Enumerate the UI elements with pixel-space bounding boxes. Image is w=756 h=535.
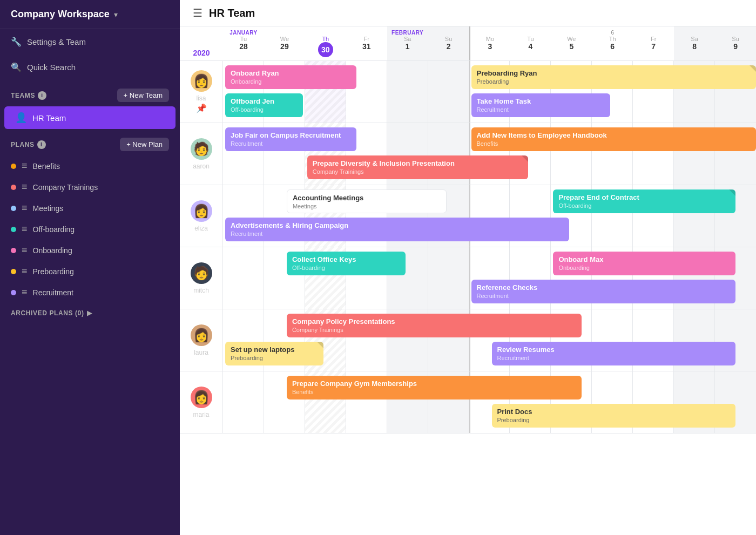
avatar-mitch: 🧑 mitch [180,247,223,309]
task-subtitle: Company Trainings [313,168,523,175]
avatar-img-maria: 👩 [191,387,212,408]
plan-item-onboarding[interactable]: ≡ Onboarding [0,240,180,261]
row-aaron: 🧑 aaron [180,123,756,185]
task-title: Take Home Task [477,97,605,105]
plans-section-header: PLANS i + New Plan [0,129,180,155]
task-title: Add New Items to Employee Handbook [477,131,751,139]
task-gym-memberships[interactable]: Prepare Company Gym Memberships Benefits [287,376,582,399]
new-plan-button[interactable]: + New Plan [120,138,169,151]
plan-label: Preboarding [33,267,74,276]
plan-lines-icon: ≡ [22,245,28,256]
task-policy-presentations[interactable]: Company Policy Presentations Company Tra… [287,314,582,337]
day-col-su2: x Su 2 [428,26,469,60]
plan-item-company-trainings[interactable]: ≡ Company Trainings [0,177,180,198]
task-title: Prepare Diversity & Inclusion Presentati… [313,159,523,167]
menu-icon[interactable]: ☰ [193,6,202,19]
task-title: Print Docs [497,408,731,416]
task-subtitle: Recruitment [477,106,605,113]
sidebar-item-search[interactable]: 🔍 Quick Search [0,55,180,80]
plan-label: Off-boarding [33,225,75,234]
year-label: 2020 [180,26,223,60]
task-title: Reference Checks [477,283,731,292]
plan-label: Meetings [33,204,64,213]
task-onboard-max[interactable]: Onboard Max Onboarding [553,252,735,275]
workspace-header[interactable]: Company Workspace ▾ [0,0,180,29]
task-subtitle: Preboarding [477,78,751,85]
day-col-mo3: 6 Mo 3 [469,26,510,60]
plan-item-meetings[interactable]: ≡ Meetings [0,198,180,219]
task-collect-office-keys[interactable]: Collect Office Keys Off-boarding [287,252,406,275]
plan-dot-offboarding [11,227,16,232]
task-title: Advertisements & Hiring Campaign [231,221,564,229]
task-title: Job Fair on Campus Recruitment [231,131,351,139]
plan-lines-icon: ≡ [22,160,28,172]
task-diversity[interactable]: Prepare Diversity & Inclusion Presentati… [307,155,529,179]
task-title: Set up new laptops [231,346,318,354]
avatar-img-aaron: 🧑 [191,138,212,160]
person-name-aaron: aaron [193,162,210,170]
task-subtitle: Preboarding [497,417,731,423]
day-col-fr7: x Fr 7 [633,26,674,60]
plan-lines-icon: ≡ [22,224,28,235]
archived-plans-section[interactable]: ARCHIVED PLANS (0) ▶ [0,303,180,323]
plan-label: Company Trainings [33,183,98,192]
task-subtitle: Off-boarding [292,265,400,271]
task-review-resumes[interactable]: Review Resumes Recruitment [492,342,736,365]
page-title: HR Team [209,7,255,19]
person-name-maria: maria [193,411,209,418]
plans-info-icon: i [37,140,46,149]
person-name-laura: laura [194,349,208,356]
team-item-hr[interactable]: 👤 HR Team [4,106,176,129]
day-col-su9: x Su 9 [715,26,756,60]
task-advertisements[interactable]: Advertisements & Hiring Campaign Recruit… [225,218,569,241]
search-icon: 🔍 [11,62,22,72]
person-name-lisa: lisa [196,94,206,102]
task-title: Prepare Company Gym Memberships [292,380,576,388]
bg-day-5 [387,61,428,123]
day-col-tu28: JANUARY Tu 28 [223,26,264,60]
avatar-img-lisa: 👩 [191,70,212,92]
plan-dot-trainings [11,185,16,190]
task-subtitle: Recruitment [497,355,731,361]
chevron-down-icon: ▾ [114,10,118,19]
bg-day-1 [223,371,264,433]
task-take-home-task[interactable]: Take Home Task Recruitment [471,93,611,117]
task-end-of-contract[interactable]: Prepare End of Contract Off-boarding [553,189,735,213]
day-col-sa8: x Sa 8 [674,26,715,60]
day-col-fr31: x Fr 31 [346,26,387,60]
avatar-aaron: 🧑 aaron [180,123,223,185]
day-col-sa1-feb: FEBRUARY Sa 1 [387,26,428,60]
task-title: Collect Office Keys [292,255,400,263]
person-name-eliza: eliza [194,225,208,232]
plan-label: Onboarding [33,246,72,255]
task-title: Accounting Meetings [293,194,441,202]
task-title: Company Policy Presentations [292,317,576,326]
avatar-laura: 👩 laura [180,309,223,371]
sidebar: Company Workspace ▾ 🔧 Settings & Team 🔍 … [0,0,180,535]
task-employee-handbook[interactable]: Add New Items to Employee Handbook Benef… [471,127,756,151]
plan-dot-recruitment [11,290,16,295]
task-offboard-jen[interactable]: Offboard Jen Off-boarding [225,93,303,117]
task-subtitle: Company Trainings [292,327,576,333]
task-onboard-ryan[interactable]: Onboard Ryan Onboarding [225,65,356,89]
task-job-fair[interactable]: Job Fair on Campus Recruitment Recruitme… [225,127,356,151]
plan-item-preboarding[interactable]: ≡ Preboarding [0,261,180,282]
new-team-button[interactable]: + New Team [117,89,169,102]
task-subtitle: Onboarding [558,265,730,271]
sidebar-item-settings[interactable]: 🔧 Settings & Team [0,29,180,55]
avatar-img-mitch: 🧑 [191,262,212,284]
plan-item-recruitment[interactable]: ≡ Recruitment [0,282,180,303]
avatar-img-eliza: 👩 [191,200,212,222]
plan-item-benefits[interactable]: ≡ Benefits [0,155,180,177]
task-print-docs[interactable]: Print Docs Preboarding [492,404,736,428]
calendar-container: 2020 JANUARY Tu 28 x We 29 x Th 30 x [180,26,756,535]
plan-item-offboarding[interactable]: ≡ Off-boarding [0,219,180,240]
row-eliza: 👩 eliza [180,185,756,247]
avatar-maria: 👩 maria [180,371,223,433]
task-preboarding-ryan[interactable]: Preboarding Ryan Preboarding [471,65,756,89]
task-reference-checks[interactable]: Reference Checks Recruitment [471,280,736,303]
task-accounting-meetings[interactable]: Accounting Meetings Meetings [287,189,447,213]
plan-dot-onboarding [11,248,16,253]
tasks-maria: Prepare Company Gym Memberships Benefits… [223,371,756,433]
task-new-laptops[interactable]: Set up new laptops Preboarding [225,342,323,365]
